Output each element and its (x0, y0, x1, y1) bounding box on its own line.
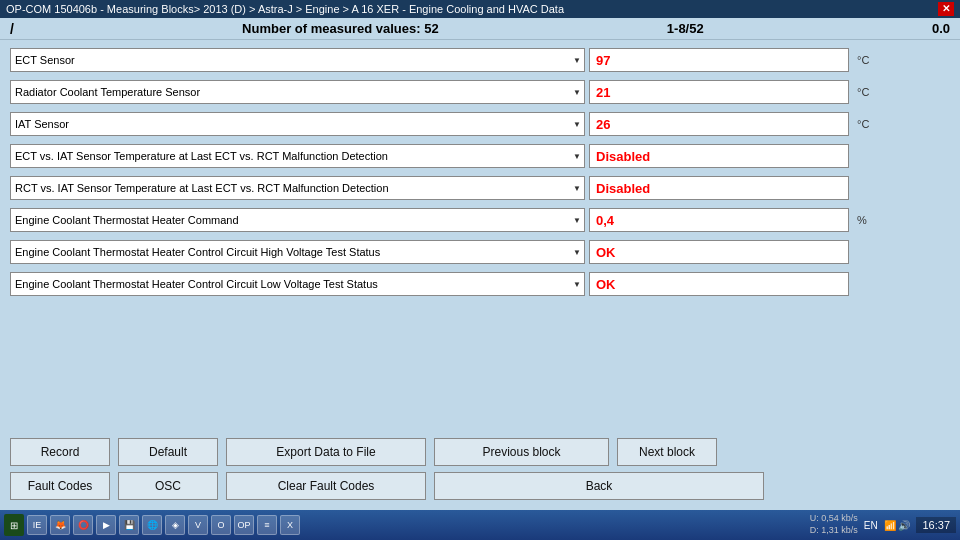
sensor-row: IAT Sensor26°C (10, 110, 950, 138)
sensor-select-wrapper-6: Engine Coolant Thermostat Heater Control… (10, 240, 585, 264)
sensor-select-6[interactable]: Engine Coolant Thermostat Heater Control… (10, 240, 585, 264)
sensor-value-1: 21 (596, 85, 610, 100)
sensor-value-box-7: OK (589, 272, 849, 296)
sensor-value-6: OK (596, 245, 616, 260)
record-button[interactable]: Record (10, 438, 110, 466)
sensor-value-2: 26 (596, 117, 610, 132)
title-bar: OP-COM 150406b - Measuring Blocks> 2013 … (0, 0, 960, 18)
button-row-1: RecordDefaultExport Data to FilePrevious… (10, 438, 950, 466)
sensor-select-wrapper-7: Engine Coolant Thermostat Heater Control… (10, 272, 585, 296)
sensor-select-wrapper-2: IAT Sensor (10, 112, 585, 136)
taskbar-right: U: 0,54 kb/sD: 1,31 kb/s EN 📶 🔊 16:37 (810, 513, 956, 536)
taskbar-icon-4[interactable]: ▶ (96, 515, 116, 535)
header-value: 0.0 (932, 21, 950, 36)
fault-codes-button[interactable]: Fault Codes (10, 472, 110, 500)
taskbar-icon-3[interactable]: ⭕ (73, 515, 93, 535)
taskbar: ⊞ IE 🦊 ⭕ ▶ 💾 🌐 ◈ V O OP ≡ X U: 0,54 kb/s… (0, 510, 960, 540)
start-button[interactable]: ⊞ (4, 514, 24, 536)
sensor-select-wrapper-4: RCT vs. IAT Sensor Temperature at Last E… (10, 176, 585, 200)
sensor-select-4[interactable]: RCT vs. IAT Sensor Temperature at Last E… (10, 176, 585, 200)
taskbar-icon-5[interactable]: 💾 (119, 515, 139, 535)
sensor-value-7: OK (596, 277, 616, 292)
sensor-row: RCT vs. IAT Sensor Temperature at Last E… (10, 174, 950, 202)
taskbar-icon-9[interactable]: O (211, 515, 231, 535)
sensor-select-wrapper-5: Engine Coolant Thermostat Heater Command (10, 208, 585, 232)
sensor-row: Engine Coolant Thermostat Heater Control… (10, 238, 950, 266)
sensor-select-3[interactable]: ECT vs. IAT Sensor Temperature at Last E… (10, 144, 585, 168)
measured-values-label: Number of measured values: 52 (242, 21, 439, 36)
taskbar-icon-6[interactable]: 🌐 (142, 515, 162, 535)
osc-button[interactable]: OSC (118, 472, 218, 500)
language-indicator: EN (864, 520, 878, 531)
taskbar-icon-12[interactable]: X (280, 515, 300, 535)
back-button[interactable]: Back (434, 472, 764, 500)
sensor-value-0: 97 (596, 53, 610, 68)
sensor-row: ECT vs. IAT Sensor Temperature at Last E… (10, 142, 950, 170)
sensor-select-7[interactable]: Engine Coolant Thermostat Heater Control… (10, 272, 585, 296)
taskbar-icon-7[interactable]: ◈ (165, 515, 185, 535)
sensor-row: ECT Sensor97°C (10, 46, 950, 74)
network-stats: U: 0,54 kb/sD: 1,31 kb/s (810, 513, 858, 536)
sensor-value-box-4: Disabled (589, 176, 849, 200)
sensor-select-wrapper-1: Radiator Coolant Temperature Sensor (10, 80, 585, 104)
windows-logo: ⊞ (10, 520, 18, 531)
prev-block-button[interactable]: Previous block (434, 438, 609, 466)
taskbar-icon-1[interactable]: IE (27, 515, 47, 535)
sensor-select-5[interactable]: Engine Coolant Thermostat Heater Command (10, 208, 585, 232)
header-bar: / Number of measured values: 52 1-8/52 0… (0, 18, 960, 40)
sensor-row: Radiator Coolant Temperature Sensor21°C (10, 78, 950, 106)
clock: 16:37 (916, 517, 956, 533)
taskbar-icon-2[interactable]: 🦊 (50, 515, 70, 535)
default-button[interactable]: Default (118, 438, 218, 466)
export-button[interactable]: Export Data to File (226, 438, 426, 466)
sensor-select-wrapper-3: ECT vs. IAT Sensor Temperature at Last E… (10, 144, 585, 168)
sensor-unit-1: °C (857, 86, 875, 98)
sensor-select-wrapper-0: ECT Sensor (10, 48, 585, 72)
sensor-value-3: Disabled (596, 149, 650, 164)
buttons-area: RecordDefaultExport Data to FilePrevious… (0, 432, 960, 510)
sensor-value-5: 0,4 (596, 213, 614, 228)
sensor-select-0[interactable]: ECT Sensor (10, 48, 585, 72)
button-row-2: Fault CodesOSCClear Fault CodesBack (10, 472, 950, 500)
sensor-row: Engine Coolant Thermostat Heater Command… (10, 206, 950, 234)
taskbar-icon-10[interactable]: OP (234, 515, 254, 535)
sensor-unit-5: % (857, 214, 875, 226)
sensor-unit-0: °C (857, 54, 875, 66)
next-block-button[interactable]: Next block (617, 438, 717, 466)
sensor-data-area: ECT Sensor97°CRadiator Coolant Temperatu… (0, 40, 960, 432)
sensor-value-box-0: 97 (589, 48, 849, 72)
sensor-select-2[interactable]: IAT Sensor (10, 112, 585, 136)
sensor-row: Engine Coolant Thermostat Heater Control… (10, 270, 950, 298)
sensor-value-box-3: Disabled (589, 144, 849, 168)
taskbar-icon-8[interactable]: V (188, 515, 208, 535)
sensor-select-1[interactable]: Radiator Coolant Temperature Sensor (10, 80, 585, 104)
sensor-value-box-6: OK (589, 240, 849, 264)
slash-icon: / (10, 21, 14, 37)
sensor-value-4: Disabled (596, 181, 650, 196)
page-info: 1-8/52 (667, 21, 704, 36)
taskbar-icons-sys: 📶 🔊 (884, 520, 911, 531)
sensor-value-box-2: 26 (589, 112, 849, 136)
sensor-value-box-1: 21 (589, 80, 849, 104)
sensor-value-box-5: 0,4 (589, 208, 849, 232)
clear-fault-codes-button[interactable]: Clear Fault Codes (226, 472, 426, 500)
taskbar-icon-11[interactable]: ≡ (257, 515, 277, 535)
close-button[interactable]: ✕ (938, 2, 954, 16)
sensor-unit-2: °C (857, 118, 875, 130)
window-title: OP-COM 150406b - Measuring Blocks> 2013 … (6, 3, 564, 15)
